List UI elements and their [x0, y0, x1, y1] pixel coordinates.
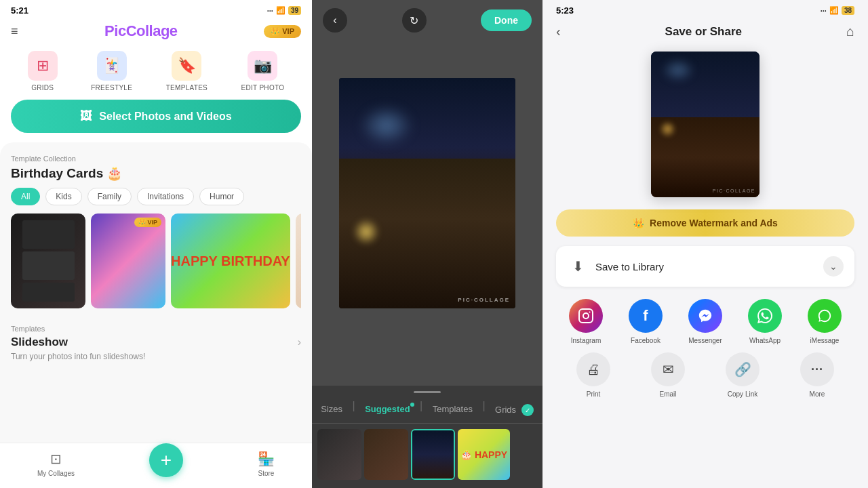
grids-check-icon: ✓	[521, 404, 534, 416]
dots-icon-3: ···	[821, 7, 827, 15]
slideshow-title: Slideshow	[11, 336, 68, 349]
done-button[interactable]: Done	[481, 9, 532, 31]
chevron-right-icon[interactable]: ›	[298, 336, 301, 348]
templates-icon: 🔖	[172, 51, 201, 81]
template-thumb-1[interactable]	[11, 214, 85, 308]
share-facebook[interactable]: f Facebook	[629, 299, 663, 344]
share-grid-secondary: 🖨 Print ✉ Email 🔗 Copy Link ··· More	[542, 348, 868, 405]
feature-freestyle[interactable]: 🃏 FREESTYLE	[91, 51, 132, 92]
filter-tab-invitations[interactable]: Invitations	[137, 188, 194, 205]
night-street-bg	[339, 159, 515, 308]
filter-tab-kids[interactable]: Kids	[45, 188, 81, 205]
share-more[interactable]: ··· More	[800, 352, 834, 398]
home-icon[interactable]: ⌂	[846, 24, 854, 39]
share-email[interactable]: ✉ Email	[651, 352, 685, 398]
filmstrip-thumb-1[interactable]	[317, 429, 361, 480]
tab-templates[interactable]: Templates	[425, 400, 481, 420]
template-collection-label: Template Collection	[11, 155, 301, 163]
fab-button[interactable]: +	[149, 443, 183, 477]
tab-sep-2: |	[420, 400, 422, 420]
light-glow	[353, 218, 380, 245]
vip-badge[interactable]: 👑 VIP	[264, 25, 301, 38]
crown-icon: 👑	[633, 218, 644, 228]
panel-1: 5:21 ··· 📶 39 ≡ PicCollage 👑 VIP ⊞ GRIDS…	[0, 0, 312, 488]
share-print[interactable]: 🖨 Print	[576, 352, 610, 398]
editor-header: ‹ ↻ Done	[312, 0, 542, 41]
email-label: Email	[659, 390, 676, 398]
remove-watermark-label: Remove Watermark and Ads	[650, 218, 778, 228]
template-thumb-2[interactable]: 👑 VIP	[91, 214, 165, 308]
tab-bar: Sizes | Suggested | Templates | Grids ✓	[312, 397, 542, 424]
status-icons-3: ··· 📶 38	[821, 6, 854, 15]
panel-3: 5:23 ··· 📶 38 ‹ Save or Share ⌂ PIC·COLL…	[542, 0, 868, 488]
filter-tab-family[interactable]: Family	[87, 188, 132, 205]
status-bar-3: 5:23 ··· 📶 38	[542, 0, 868, 18]
collage-preview[interactable]: PIC·COLLAGE	[339, 78, 515, 308]
svg-point-2	[589, 312, 591, 313]
freestyle-label: FREESTYLE	[91, 84, 132, 92]
tab-indicator	[414, 391, 441, 393]
share-imessage[interactable]: iMessage	[808, 299, 842, 344]
canvas-area: PIC·COLLAGE	[312, 0, 542, 386]
back-icon-3[interactable]: ‹	[556, 24, 561, 39]
feature-grids[interactable]: ⊞ GRIDS	[28, 51, 58, 92]
bottom-tabs-area: Sizes | Suggested | Templates | Grids ✓ …	[312, 386, 542, 488]
preview-watermark: PIC·COLLAGE	[713, 188, 755, 193]
grids-icon: ⊞	[28, 51, 58, 81]
whatsapp-icon	[748, 299, 782, 333]
tab-sizes[interactable]: Sizes	[313, 400, 351, 420]
filmstrip-thumb-3[interactable]	[411, 429, 455, 480]
tab-suggested[interactable]: Suggested	[357, 400, 418, 420]
tab-grids[interactable]: Grids ✓	[487, 400, 542, 420]
filter-tabs: All Kids Family Invitations Humor	[11, 188, 301, 205]
save-library-label: Save to Library	[595, 261, 816, 272]
nav-my-collages[interactable]: ⊡ My Collages	[37, 451, 75, 477]
templates-label: TEMPLATES	[166, 84, 208, 92]
filter-tab-all[interactable]: All	[11, 188, 40, 205]
refresh-button[interactable]: ↻	[402, 8, 427, 33]
editphoto-label: EDIT PHOTO	[241, 84, 285, 92]
vip-ribbon: 👑 VIP	[134, 218, 161, 227]
slideshow-label: Templates	[11, 325, 301, 333]
filmstrip-thumb-2[interactable]	[364, 429, 408, 480]
copy-link-label: Copy Link	[728, 390, 757, 398]
select-photos-button[interactable]: 🖼 Select Photos and Videos	[11, 100, 301, 133]
dots-icon: ···	[267, 7, 273, 15]
share-copy-link[interactable]: 🔗 Copy Link	[726, 352, 760, 398]
collages-icon: ⊡	[50, 451, 62, 467]
share-messenger[interactable]: Messenger	[688, 299, 722, 344]
preview-container: PIC·COLLAGE	[542, 45, 868, 204]
select-btn-label: Select Photos and Videos	[99, 110, 231, 123]
share-instagram[interactable]: Instagram	[569, 299, 603, 344]
app-header: ≡ PicCollage 👑 VIP	[0, 18, 312, 47]
template-thumb-3[interactable]: HAPPY BIRTHDAY	[171, 214, 290, 308]
expand-button[interactable]: ⌄	[823, 256, 844, 277]
tab-sep-3: |	[482, 400, 485, 420]
filter-tab-humor[interactable]: Humor	[199, 188, 244, 205]
back-button[interactable]: ‹	[323, 8, 347, 33]
remove-watermark-button[interactable]: 👑 Remove Watermark and Ads	[556, 209, 854, 237]
freestyle-icon: 🃏	[97, 51, 127, 81]
feature-edit-photo[interactable]: 📷 EDIT PHOTO	[241, 51, 285, 92]
p3-nav: ‹ Save or Share ⌂	[542, 18, 868, 45]
editphoto-icon: 📷	[248, 51, 277, 81]
template-collection-title: Birthday Cards 🎂	[11, 165, 301, 181]
more-icon: ···	[800, 352, 834, 386]
save-library-row[interactable]: ⬇ Save to Library ⌄	[556, 246, 854, 287]
filmstrip-thumb-4[interactable]: 🎂 HAPPY	[458, 429, 510, 480]
svg-rect-0	[579, 309, 593, 323]
copy-link-icon: 🔗	[726, 352, 760, 386]
instagram-label: Instagram	[571, 337, 601, 344]
time-3: 5:23	[556, 5, 574, 16]
template-thumb-4[interactable]: 🎂	[296, 214, 301, 308]
panel-2: ‹ ↻ Done PIC·COLLAGE Sizes | Suggested	[312, 0, 542, 488]
hamburger-icon[interactable]: ≡	[11, 24, 18, 39]
messenger-icon	[688, 299, 722, 333]
bottom-nav: ⊡ My Collages + 🏪 Store	[0, 443, 312, 488]
nav-store[interactable]: 🏪 Store	[258, 451, 275, 477]
preview-image: PIC·COLLAGE	[651, 52, 760, 197]
feature-templates[interactable]: 🔖 TEMPLATES	[166, 51, 208, 92]
share-grid-primary: Instagram f Facebook Messenger WhatsApp …	[542, 291, 868, 348]
share-whatsapp[interactable]: WhatsApp	[748, 299, 782, 344]
slideshow-section: Templates Slideshow › Turn your photos i…	[11, 325, 301, 361]
